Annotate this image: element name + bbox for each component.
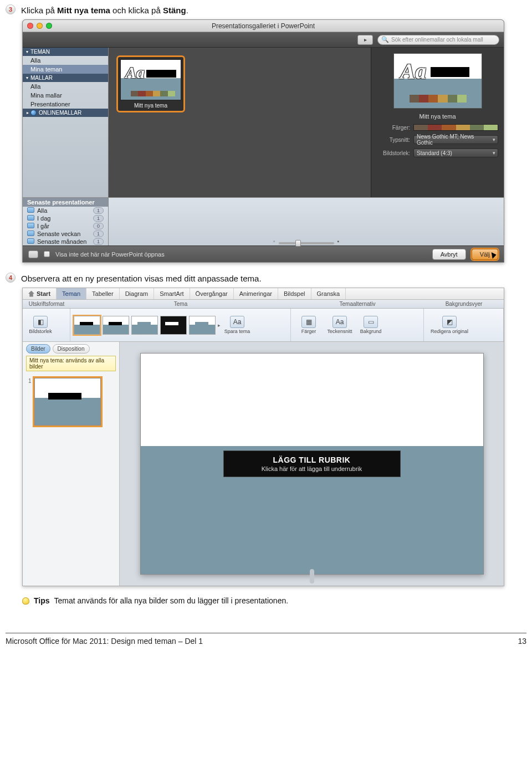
recent-item-0[interactable]: Alla1 <box>23 207 108 214</box>
tab-diagram[interactable]: Diagram <box>120 288 155 299</box>
zoom-slider-area: ▫ ▪ <box>109 198 504 245</box>
title-placeholder[interactable]: LÄGG TILL RUBRIK Klicka här för att lägg… <box>223 450 401 477</box>
group-bakvy: ◩Redigera original <box>424 309 504 341</box>
gallery-main: Aa Mitt nya tema <box>109 48 371 197</box>
zoom-slider[interactable] <box>279 242 334 244</box>
tab-smartart[interactable]: SmartArt <box>154 288 190 299</box>
recent-item-4[interactable]: Senaste månaden1 <box>23 238 108 245</box>
group-temaalt-label: Temaalternativ <box>291 300 424 308</box>
chevron-down-icon: ▾ <box>26 49 28 54</box>
bakgrund-button[interactable]: ▭Bakgrund <box>356 316 385 334</box>
gallery-footer: Visa inte det här när PowerPoint öppnas … <box>23 245 504 262</box>
theme-option-4[interactable] <box>160 316 187 335</box>
farger-button[interactable]: ▦Färger <box>294 316 323 334</box>
zoom-slider-thumb[interactable] <box>295 240 301 247</box>
group-tema-gallery: ▸ Aa Spara tema <box>70 309 291 341</box>
theme-option-5[interactable] <box>189 316 216 335</box>
slide-panel: Bilder Disposition Mitt nya tema: använd… <box>23 342 120 586</box>
recent-list: Senaste presentationer Alla1 I dag1 I gå… <box>23 198 109 245</box>
slide-number: 1 <box>28 378 32 426</box>
gallery-body: ▾TEMAN Alla Mina teman ▾MALLAR Alla Mina… <box>23 48 504 197</box>
slide-thumbnail[interactable] <box>34 378 101 426</box>
sidebar-item-onlinemallar: ONLINEMALLAR <box>39 110 81 116</box>
tips-row: Tips Temat används för alla nya bilder s… <box>22 596 526 605</box>
footer-square-button[interactable] <box>28 250 38 258</box>
recent-item-1[interactable]: I dag1 <box>23 214 108 222</box>
cancel-button[interactable]: Avbryt <box>432 249 466 260</box>
sidebar-hdr-teman-label: TEMAN <box>30 49 50 55</box>
recent-item-1-count: 1 <box>93 215 104 222</box>
theme-thumbnail: Aa <box>120 59 181 100</box>
step-3-mid: och klicka på <box>110 6 163 15</box>
sidebar-hdr-online[interactable]: ▾ ONLINEMALLAR <box>23 109 108 117</box>
group-utskrift-label: Utskriftsformat <box>23 300 70 308</box>
dont-show-checkbox[interactable] <box>44 251 50 257</box>
home-icon <box>28 291 34 297</box>
sidebar-hdr-teman[interactable]: ▾TEMAN <box>23 48 108 56</box>
slide-thumb-wrap[interactable]: 1 <box>23 375 119 429</box>
globe-icon <box>30 110 37 116</box>
step-3-badge: 3 <box>6 4 16 14</box>
folder-icon <box>27 238 34 244</box>
resize-handle-icon[interactable] <box>310 569 314 583</box>
tab-disposition[interactable]: Disposition <box>53 344 90 354</box>
tab-bildspel[interactable]: Bildspel <box>278 288 311 299</box>
spara-tema-button[interactable]: Aa Spara tema <box>223 316 252 334</box>
sidebar-item-presentationer[interactable]: Presentationer <box>23 100 108 109</box>
gallery-toolbar: ▸ 🔍 Sök efter onlinemallar och lokala ma… <box>23 32 504 48</box>
bildstorlek-button[interactable]: ◧ Bildstorlek <box>26 316 55 334</box>
slide-canvas[interactable]: LÄGG TILL RUBRIK Klicka här för att lägg… <box>140 353 484 575</box>
prop-font-label: Typsnitt: <box>377 137 410 143</box>
lightbulb-icon <box>22 597 29 605</box>
sidebar-item-mina-mallar[interactable]: Mina mallar <box>23 91 108 100</box>
theme-card-selected[interactable]: Aa Mitt nya tema <box>116 55 185 112</box>
prop-colors-label: Färger: <box>377 125 410 131</box>
cursor-icon <box>492 251 500 261</box>
redigera-original-button[interactable]: ◩Redigera original <box>427 316 472 334</box>
tab-tabeller[interactable]: Tabeller <box>86 288 120 299</box>
sidebar-hdr-mallar[interactable]: ▾MALLAR <box>23 74 108 82</box>
recent-item-4-label: Senaste månaden <box>37 238 86 245</box>
cancel-button-label: Avbryt <box>441 251 458 258</box>
folder-icon <box>27 207 34 213</box>
sidebar-item-mina-teman[interactable]: Mina teman <box>23 65 108 74</box>
theme-gallery-more[interactable]: ▸ <box>218 322 221 328</box>
theme-option-selected[interactable] <box>74 316 100 335</box>
colors-icon: ▦ <box>301 316 316 328</box>
teckensnitt-label: Teckensnitt <box>327 329 352 334</box>
slide-edit-area[interactable]: LÄGG TILL RUBRIK Klicka här för att lägg… <box>120 342 504 586</box>
sidebar-item-teman-alla[interactable]: Alla <box>23 56 108 65</box>
footer-doc-title: Microsoft Office för Mac 2011: Design me… <box>6 637 203 646</box>
folder-icon <box>27 223 34 228</box>
page-footer: Microsoft Office för Mac 2011: Design me… <box>6 633 526 646</box>
teckensnitt-button[interactable]: AaTeckensnitt <box>325 316 354 334</box>
slideshow-button[interactable]: ▸ <box>357 35 373 45</box>
colors-dropdown[interactable] <box>413 124 498 131</box>
gallery-sidebar: ▾TEMAN Alla Mina teman ▾MALLAR Alla Mina… <box>23 48 109 197</box>
tab-start[interactable]: Start <box>23 288 57 299</box>
choose-button-label: Välj <box>480 251 490 258</box>
sidebar-item-mallar-alla[interactable]: Alla <box>23 82 108 91</box>
theme-option-2[interactable] <box>103 316 129 335</box>
tab-animeringar[interactable]: Animeringar <box>234 288 278 299</box>
folder-icon <box>27 231 34 236</box>
choose-button[interactable]: Välj <box>472 249 498 260</box>
recent-item-1-label: I dag <box>37 215 50 222</box>
tab-teman[interactable]: Teman <box>57 288 86 299</box>
recent-item-2[interactable]: I går0 <box>23 222 108 230</box>
prop-size-label: Bildstorlek: <box>377 150 410 156</box>
tab-bilder[interactable]: Bilder <box>26 344 50 354</box>
preview-thumbnail: Aa <box>393 53 482 109</box>
recent-item-3[interactable]: Senaste veckan1 <box>23 230 108 238</box>
size-dropdown[interactable]: Standard (4:3) <box>413 148 498 157</box>
font-dropdown[interactable]: News Gothic MT; News Gothic <box>413 135 498 144</box>
prop-colors: Färger: <box>377 124 498 131</box>
step-4-text: Observera att en ny presentation visas m… <box>21 273 262 284</box>
preview-aa-icon: Aa <box>401 58 427 84</box>
tab-granska[interactable]: Granska <box>311 288 346 299</box>
ribbon-tabs: Start Teman Tabeller Diagram SmartArt Öv… <box>23 288 504 300</box>
theme-option-3[interactable] <box>131 316 158 335</box>
search-input[interactable]: 🔍 Sök efter onlinemallar och lokala mall <box>377 35 499 45</box>
recent-item-0-count: 1 <box>93 207 104 214</box>
tab-overgangar[interactable]: Övergångar <box>190 288 234 299</box>
